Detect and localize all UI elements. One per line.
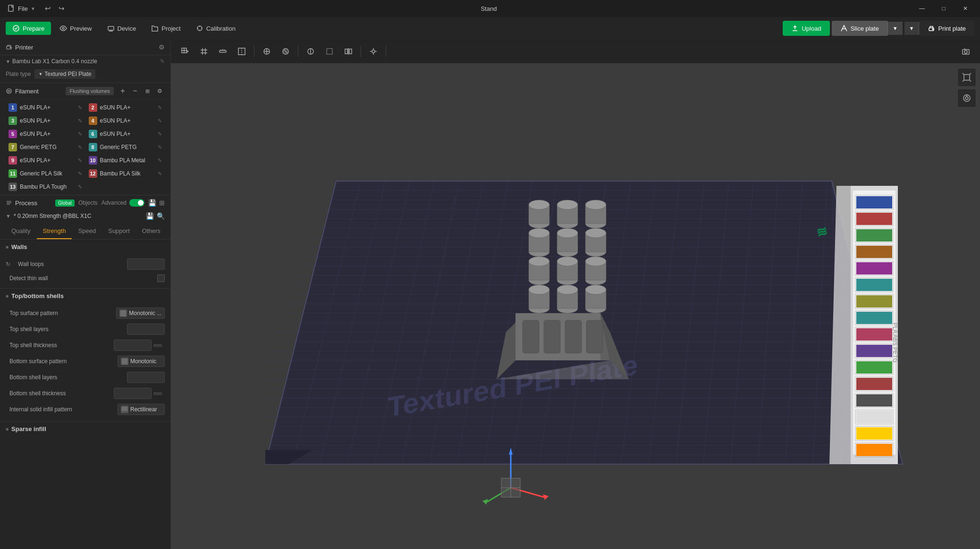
- printer-edit-icon[interactable]: ✎: [160, 58, 165, 65]
- filament-edit-9[interactable]: ✎: [78, 158, 82, 164]
- bottom-shell-layers-input[interactable]: [127, 373, 165, 382]
- vp-split-btn[interactable]: [340, 43, 357, 60]
- plate-type-value[interactable]: ▼ Textured PEI Plate: [34, 69, 95, 79]
- filament-edit-1[interactable]: ✎: [78, 105, 82, 111]
- detect-thin-wall-checkbox[interactable]: [157, 274, 165, 282]
- view-perspective-btn[interactable]: [957, 68, 976, 87]
- project-nav-button[interactable]: Project: [144, 22, 187, 35]
- vp-snapshot-btn[interactable]: [957, 43, 974, 60]
- list-item[interactable]: 9 eSUN PLA+ ✎: [6, 154, 85, 166]
- top-shell-thickness-input[interactable]: [114, 341, 152, 350]
- vp-measure-btn[interactable]: [214, 43, 231, 60]
- profile-search-icon[interactable]: 🔍: [157, 212, 165, 220]
- process-section-label: Process: [15, 200, 37, 207]
- top-shell-layers-input[interactable]: [127, 324, 165, 334]
- profile-save-icon[interactable]: 💾: [146, 212, 154, 220]
- print-dropdown-arrow[interactable]: ▼: [904, 22, 920, 35]
- minimize-button[interactable]: —: [911, 0, 933, 17]
- bottom-shell-thickness-input[interactable]: [114, 389, 152, 398]
- slice-dropdown-button[interactable]: ▼: [887, 22, 903, 35]
- list-item[interactable]: 10 Bambu PLA Metal ✎: [86, 154, 165, 166]
- filament-edit-2[interactable]: ✎: [158, 105, 162, 111]
- vp-cube-view-btn[interactable]: [177, 43, 194, 60]
- vp-section-btn[interactable]: [233, 43, 250, 60]
- list-item[interactable]: 13 Bambu PLA Tough ✎: [6, 181, 85, 193]
- vp-shade-btn[interactable]: [277, 43, 294, 60]
- device-nav-button[interactable]: Device: [101, 22, 143, 35]
- list-item[interactable]: 8 Generic PETG ✎: [86, 141, 165, 153]
- top-bottom-collapse-icon[interactable]: ■: [6, 293, 8, 299]
- filament-multi-icon[interactable]: ⊞: [142, 86, 152, 96]
- wall-loops-input[interactable]: [127, 259, 165, 269]
- undo-icon[interactable]: ↩: [43, 3, 53, 14]
- vp-frame-btn[interactable]: [321, 43, 338, 60]
- bottom-surface-pattern-select[interactable]: Monotonic: [118, 356, 165, 367]
- close-button[interactable]: ✕: [955, 0, 976, 17]
- remove-filament-button[interactable]: −: [130, 86, 140, 96]
- list-item[interactable]: 6 eSUN PLA+ ✎: [86, 128, 165, 140]
- maximize-button[interactable]: □: [933, 0, 955, 17]
- vp-color-btn[interactable]: [258, 43, 275, 60]
- filament-edit-10[interactable]: ✎: [158, 158, 162, 164]
- advanced-toggle[interactable]: [129, 199, 144, 207]
- print-plate-button[interactable]: Print plate: [919, 21, 974, 36]
- filament-edit-11[interactable]: ✎: [78, 171, 82, 177]
- print-btn-group: ▼ Print plate: [904, 21, 974, 36]
- bottom-shell-layers-spinbox[interactable]: ▲ ▼: [127, 372, 165, 383]
- sparse-infill-collapse-icon[interactable]: ■: [6, 426, 8, 432]
- svg-rect-133: [856, 444, 892, 456]
- filament-edit-6[interactable]: ✎: [158, 131, 162, 137]
- top-shell-layers-spinbox[interactable]: ▲ ▼: [127, 324, 165, 335]
- viewport[interactable]: Textured PEI Plate: [171, 40, 980, 549]
- top-shell-thickness-spinbox[interactable]: ▲ ▼: [114, 340, 152, 351]
- process-save-icon[interactable]: 💾: [148, 199, 156, 207]
- view-top-btn[interactable]: [957, 89, 976, 108]
- filament-edit-8[interactable]: ✎: [158, 144, 162, 150]
- objects-tag[interactable]: Objects: [78, 200, 98, 206]
- tab-speed[interactable]: Speed: [73, 224, 102, 239]
- top-surface-pattern-select[interactable]: Monotonic ...: [116, 308, 165, 319]
- wall-loops-spinbox[interactable]: ▲ ▼: [127, 258, 165, 270]
- filament-edit-13[interactable]: ✎: [78, 184, 82, 190]
- calibration-nav-button[interactable]: Calibration: [189, 22, 242, 35]
- tab-others[interactable]: Others: [136, 224, 166, 239]
- vp-grid-btn[interactable]: [195, 43, 212, 60]
- prepare-nav-button[interactable]: Prepare: [6, 22, 51, 35]
- list-item[interactable]: 2 eSUN PLA+ ✎: [86, 101, 165, 114]
- printer-settings-icon[interactable]: ⚙: [159, 43, 165, 51]
- list-item[interactable]: 1 eSUN PLA+ ✎: [6, 101, 85, 114]
- file-menu[interactable]: File ▼: [4, 5, 39, 12]
- filament-settings-icon[interactable]: ⚙: [154, 86, 165, 96]
- printer-name-text[interactable]: Bambu Lab X1 Carbon 0.4 nozzle: [12, 58, 97, 65]
- list-item[interactable]: 4 eSUN PLA+ ✎: [86, 115, 165, 127]
- bottom-shell-thickness-spinbox[interactable]: ▲ ▼: [114, 388, 152, 399]
- filament-edit-3[interactable]: ✎: [78, 118, 82, 124]
- slice-plate-button[interactable]: Slice plate: [832, 21, 887, 36]
- filament-edit-5[interactable]: ✎: [78, 131, 82, 137]
- global-tag[interactable]: Global: [55, 200, 75, 207]
- tab-support[interactable]: Support: [102, 224, 135, 239]
- preview-nav-button[interactable]: Preview: [53, 22, 98, 35]
- flushing-volumes-button[interactable]: Flushing volumes: [66, 87, 114, 95]
- tab-strength[interactable]: Strength: [37, 224, 71, 239]
- add-filament-button[interactable]: +: [118, 86, 128, 96]
- wall-loops-refresh-icon[interactable]: ↻: [6, 261, 10, 267]
- svg-rect-118: [856, 196, 892, 208]
- list-item[interactable]: 5 eSUN PLA+ ✎: [6, 128, 85, 140]
- internal-solid-infill-select[interactable]: Rectilinear: [118, 404, 165, 415]
- tab-quality[interactable]: Quality: [6, 224, 36, 239]
- profile-name[interactable]: * 0.20mm Strength @BBL X1C: [14, 213, 143, 219]
- vp-extra-btn[interactable]: [365, 43, 382, 60]
- list-item[interactable]: 11 Generic PLA Silk ✎: [6, 167, 85, 180]
- filament-edit-7[interactable]: ✎: [78, 144, 82, 150]
- process-compare-icon[interactable]: ⊞: [159, 199, 165, 207]
- list-item[interactable]: 12 Bambu PLA Silk ✎: [86, 167, 165, 180]
- list-item[interactable]: 7 Generic PETG ✎: [6, 141, 85, 153]
- upload-button[interactable]: Upload: [783, 21, 829, 36]
- walls-collapse-icon[interactable]: ■: [6, 244, 8, 250]
- redo-icon[interactable]: ↪: [57, 3, 67, 14]
- list-item[interactable]: 3 eSUN PLA+ ✎: [6, 115, 85, 127]
- vp-orient-btn[interactable]: [302, 43, 319, 60]
- filament-edit-12[interactable]: ✎: [158, 171, 162, 177]
- filament-edit-4[interactable]: ✎: [158, 118, 162, 124]
